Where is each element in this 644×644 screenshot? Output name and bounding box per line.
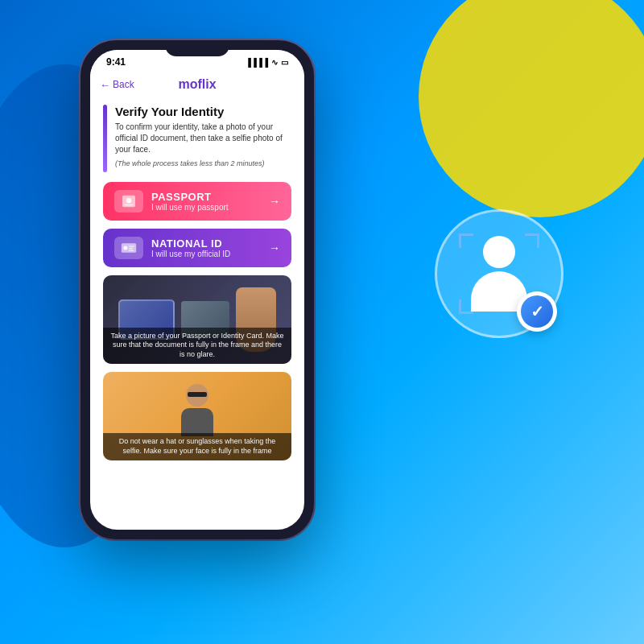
national-id-icon <box>121 242 137 254</box>
back-label: Back <box>113 79 134 90</box>
check-icon: ✓ <box>521 295 553 328</box>
selfie-tip-card: Do not wear a hat or sunglasses when tak… <box>103 372 291 460</box>
signal-icon: ▐▐▐▐ <box>246 58 268 67</box>
wifi-icon: ∿ <box>271 58 278 67</box>
national-id-subtitle: I will use my official ID <box>151 250 261 258</box>
scan-corner-bl <box>459 299 473 314</box>
id-card-tip-caption: Take a picture of your Passport or Ident… <box>103 328 291 364</box>
id-card-tip-card: Take a picture of your Passport or Ident… <box>103 275 291 364</box>
check-badge: ✓ <box>517 291 557 332</box>
passport-arrow-icon: → <box>269 195 280 208</box>
person-body-graphic <box>181 408 213 436</box>
passport-icon <box>121 195 137 208</box>
passport-option-button[interactable]: PASSPORT I will use my passport → <box>103 182 291 221</box>
national-id-text: NATIONAL ID I will use my official ID <box>151 237 261 258</box>
verify-section: Verify Your Identity To confirm your ide… <box>103 105 291 172</box>
verify-bar-accent <box>103 105 107 172</box>
app-logo: moflix <box>178 77 216 92</box>
phone-screen: 9:41 ▐▐▐▐ ∿ ▭ ← Back moflix <box>90 50 304 530</box>
scan-corner-tr <box>525 233 539 248</box>
status-icons: ▐▐▐▐ ∿ ▭ <box>246 58 288 67</box>
status-time: 9:41 <box>106 56 126 68</box>
verify-title: Verify Your Identity <box>115 105 291 118</box>
verify-description: To confirm your identity, take a photo o… <box>115 122 291 155</box>
phone-frame: 9:41 ▐▐▐▐ ∿ ▭ ← Back moflix <box>80 40 314 539</box>
app-body: Verify Your Identity To confirm your ide… <box>90 98 304 481</box>
scan-corner-tl <box>459 233 473 248</box>
svg-point-1 <box>126 198 131 203</box>
national-id-arrow-icon: → <box>269 242 280 254</box>
identity-circle: ✓ <box>435 209 564 338</box>
phone-notch <box>165 40 229 56</box>
passport-icon-wrap <box>114 190 143 213</box>
back-arrow-icon: ← <box>100 79 110 91</box>
svg-rect-2 <box>124 204 133 205</box>
svg-point-4 <box>123 246 127 250</box>
passport-title: PASSPORT <box>151 191 261 203</box>
national-id-option-button[interactable]: NATIONAL ID I will use my official ID → <box>103 229 291 267</box>
selfie-tip-caption: Do not wear a hat or sunglasses when tak… <box>103 433 291 460</box>
phone-mockup: 9:41 ▐▐▐▐ ∿ ▭ ← Back moflix <box>80 40 314 539</box>
verify-note: (The whole process takes less than 2 min… <box>115 159 291 169</box>
svg-rect-7 <box>129 250 134 250</box>
verify-text-block: Verify Your Identity To confirm your ide… <box>115 105 291 172</box>
app-header: ← Back moflix <box>90 71 304 98</box>
battery-icon: ▭ <box>281 58 288 67</box>
sunglasses-graphic <box>188 392 207 397</box>
national-id-title: NATIONAL ID <box>151 237 261 250</box>
back-button[interactable]: ← Back <box>100 79 134 91</box>
background-blob-top-right <box>419 0 644 217</box>
identity-verification-graphic: ✓ <box>435 209 596 370</box>
person-head-graphic <box>186 384 208 407</box>
national-id-icon-wrap <box>114 237 143 259</box>
passport-subtitle: I will use my passport <box>151 203 261 212</box>
passport-text: PASSPORT I will use my passport <box>151 191 261 212</box>
svg-rect-6 <box>129 248 133 249</box>
svg-rect-5 <box>129 246 134 246</box>
